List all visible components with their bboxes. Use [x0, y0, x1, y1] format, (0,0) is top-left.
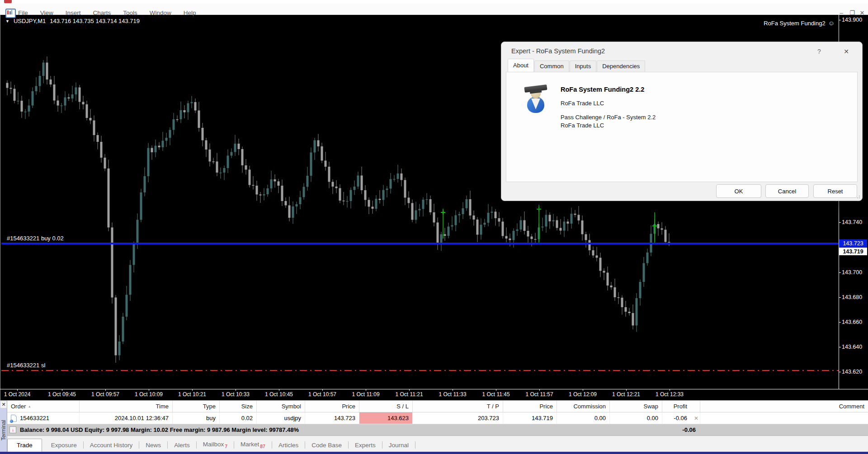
price-tick: [839, 372, 841, 372]
price-axis-label: 143.740: [842, 219, 862, 225]
price-axis-label: 143.660: [842, 319, 862, 325]
menu-items: FileViewInsertChartsToolsWindowHelp: [18, 7, 196, 18]
time-axis-label: 1 Oct 11:09: [352, 391, 379, 398]
close-button[interactable]: ✕: [857, 8, 867, 17]
price-axis-label: 143.900: [842, 17, 862, 23]
price-axis-label: 143.680: [842, 294, 862, 300]
order-cell-time: 2024.10.01 12:36:47: [80, 412, 173, 424]
chevron-down-icon[interactable]: ▼: [5, 19, 9, 23]
time-tick: [105, 389, 106, 391]
order-cell-sl: 143.623: [359, 412, 413, 424]
dialog-title: Expert - RoFa System Funding2: [511, 47, 605, 55]
column-header-price[interactable]: Price: [305, 401, 359, 412]
terminal-tab-mailbox[interactable]: Mailbox7: [197, 438, 234, 452]
menu-charts[interactable]: Charts: [93, 9, 111, 16]
column-header-s-l[interactable]: S / L: [359, 401, 413, 412]
price-axis-label: 143.640: [842, 344, 862, 350]
terminal-close-icon[interactable]: ✕: [0, 401, 7, 408]
order-cell-tp: 203.723: [413, 412, 503, 424]
dialog-tab-inputs[interactable]: Inputs: [570, 61, 596, 72]
column-header-swap[interactable]: Swap: [610, 401, 662, 412]
dialog-about-panel: RoFa System Funding2 2.2 RoFa Trade LLC …: [506, 72, 858, 182]
total-profit: -0.06: [680, 426, 696, 433]
time-axis-label: 1 Oct 12:09: [569, 391, 597, 398]
menu-window[interactable]: Window: [150, 9, 171, 16]
order-cell-size: 0.02: [220, 412, 257, 424]
terminal-tab-account-history[interactable]: Account History: [84, 439, 139, 451]
bid-price-axis-badge: 143.719: [839, 248, 867, 255]
time-tick: [279, 389, 279, 391]
terminal-tab-market[interactable]: Market87: [234, 438, 272, 452]
menu-file[interactable]: File: [18, 9, 28, 16]
tab-count-badge: 7: [225, 444, 227, 449]
order-cell-order: 154633221: [7, 412, 80, 424]
column-header-type[interactable]: Type: [173, 401, 220, 412]
expert-name: RoFa System Funding2 2.2: [561, 86, 644, 93]
column-header-size[interactable]: Size: [220, 401, 257, 412]
ok-button[interactable]: OK: [716, 184, 761, 198]
ea-status-corner[interactable]: RoFa System Funding2 ☺: [764, 19, 835, 27]
column-header-price[interactable]: Price: [503, 401, 557, 412]
window-bottom-edge: [0, 452, 868, 454]
dialog-tab-common[interactable]: Common: [534, 61, 569, 72]
time-tick: [539, 389, 540, 391]
app-logo-fragment: [4, 0, 12, 3]
menu-insert[interactable]: Insert: [66, 9, 81, 16]
resize-grip[interactable]: [855, 194, 860, 198]
help-icon[interactable]: ?: [813, 46, 825, 57]
restore-button[interactable]: ❐: [847, 8, 857, 17]
terminal-side-strip: ✕ Terminal: [0, 401, 7, 452]
column-header-commission[interactable]: Commission: [557, 401, 610, 412]
column-header-comment[interactable]: Comment: [700, 401, 868, 412]
terminal-tab-exposure[interactable]: Exposure: [45, 439, 83, 451]
terminal-tab-articles[interactable]: Articles: [272, 439, 305, 451]
time-tick: [192, 389, 193, 391]
column-header-order[interactable]: Order▴: [7, 401, 80, 412]
order-cell-commission: 0.00: [557, 412, 610, 424]
expert-description-line1: Pass Challenge / RoFa - System 2.2: [561, 114, 656, 121]
close-order-icon[interactable]: ✕: [694, 415, 698, 421]
order-row[interactable]: 1546332212024.10.01 12:36:47buy0.02usdjp…: [7, 412, 868, 424]
dialog-close-icon[interactable]: ✕: [840, 46, 852, 57]
menu-help[interactable]: Help: [184, 9, 196, 16]
expert-description-line2: RoFa Trade LLC: [561, 122, 604, 129]
time-tick: [496, 389, 496, 391]
terminal-tab-journal[interactable]: Journal: [382, 439, 415, 451]
dialog-tab-dependencies[interactable]: Dependencies: [597, 61, 645, 72]
time-axis-label: 1 Oct 11:57: [525, 391, 553, 398]
terminal-tab-news[interactable]: News: [139, 439, 167, 451]
terminal-tab-alerts[interactable]: Alerts: [168, 439, 196, 451]
dialog-tab-about[interactable]: About: [508, 59, 534, 72]
ea-name-label: RoFa System Funding2: [764, 20, 826, 27]
time-axis-label: 1 Oct 10:33: [222, 391, 250, 398]
terminal-tab-trade[interactable]: Trade: [7, 439, 42, 452]
reset-button[interactable]: Reset: [813, 184, 857, 198]
menu-view[interactable]: View: [40, 9, 53, 16]
time-axis-label: 1 Oct 10:09: [135, 391, 163, 398]
time-tick: [670, 389, 670, 391]
buy-price-axis-badge: 143.723: [839, 239, 867, 247]
menu-tools[interactable]: Tools: [123, 9, 137, 16]
price-tick: [839, 322, 841, 323]
column-header-profit[interactable]: Profit: [662, 401, 700, 412]
column-header-time[interactable]: Time: [80, 401, 173, 412]
time-tick: [583, 389, 583, 391]
time-axis-label: 1 Oct 10:45: [265, 391, 293, 398]
terminal-tab-experts[interactable]: Experts: [349, 439, 382, 451]
time-axis-label: 1 Oct 2024: [4, 391, 31, 398]
price-tick: [839, 222, 841, 223]
price-tick: [839, 272, 841, 273]
cancel-button[interactable]: Cancel: [765, 184, 809, 198]
column-header-symbol[interactable]: Symbol: [257, 401, 305, 412]
terminal-tab-code-base[interactable]: Code Base: [305, 439, 348, 451]
price-tick: [839, 347, 841, 347]
time-axis-label: 1 Oct 09:57: [91, 391, 119, 398]
terminal-panel: ✕ Terminal Order▴TimeTypeSizeSymbolPrice…: [0, 400, 868, 452]
column-header-t-p[interactable]: T / P: [413, 401, 503, 412]
price-tick: [839, 20, 841, 20]
tab-divider: [415, 441, 415, 449]
time-axis-label: 1 Oct 10:57: [308, 391, 336, 398]
time-tick: [17, 389, 18, 391]
minimize-button[interactable]: –: [836, 8, 846, 17]
price-tick: [839, 297, 841, 298]
